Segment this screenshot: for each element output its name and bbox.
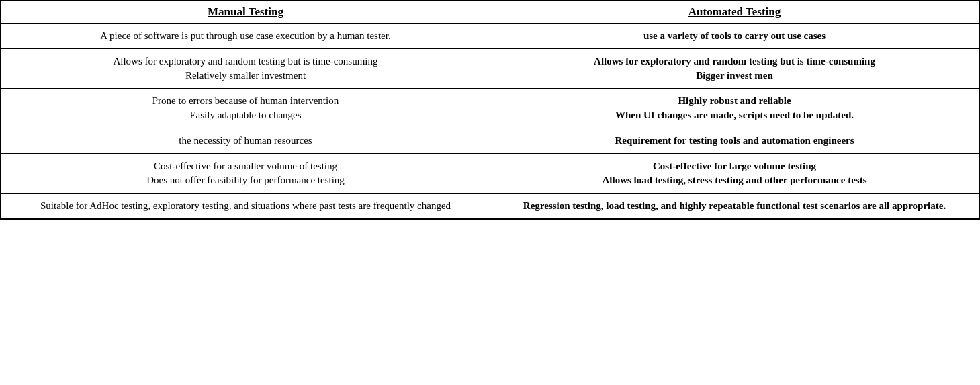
row-3-automated: Requirement for testing tools and automa…	[490, 128, 979, 154]
table-row: the necessity of human resourcesRequirem…	[1, 128, 979, 154]
row-1-manual: Allows for exploratory and random testin…	[1, 49, 490, 89]
row-0-manual: A piece of software is put through use c…	[1, 24, 490, 49]
table-body: A piece of software is put through use c…	[1, 24, 979, 219]
comparison-table-wrapper: Manual Testing Automated Testing A piece…	[0, 0, 980, 220]
row-5-automated: Regression testing, load testing, and hi…	[490, 194, 979, 219]
table-row: Cost-effective for a smaller volume of t…	[1, 154, 979, 194]
row-3-manual: the necessity of human resources	[1, 128, 490, 154]
manual-testing-header: Manual Testing	[1, 1, 490, 24]
row-2-automated: Highly robust and reliableWhen UI change…	[490, 89, 979, 128]
automated-testing-header: Automated Testing	[490, 1, 979, 24]
table-row: A piece of software is put through use c…	[1, 24, 979, 49]
table-row: Allows for exploratory and random testin…	[1, 49, 979, 89]
row-0-automated: use a variety of tools to carry out use …	[490, 24, 979, 49]
row-1-automated: Allows for exploratory and random testin…	[490, 49, 979, 89]
table-row: Prone to errors because of human interve…	[1, 89, 979, 128]
comparison-table: Manual Testing Automated Testing A piece…	[1, 1, 979, 219]
table-row: Suitable for AdHoc testing, exploratory …	[1, 194, 979, 219]
row-4-automated: Cost-effective for large volume testingA…	[490, 154, 979, 194]
row-5-manual: Suitable for AdHoc testing, exploratory …	[1, 194, 490, 219]
row-2-manual: Prone to errors because of human interve…	[1, 89, 490, 128]
row-4-manual: Cost-effective for a smaller volume of t…	[1, 154, 490, 194]
header-row: Manual Testing Automated Testing	[1, 1, 979, 24]
